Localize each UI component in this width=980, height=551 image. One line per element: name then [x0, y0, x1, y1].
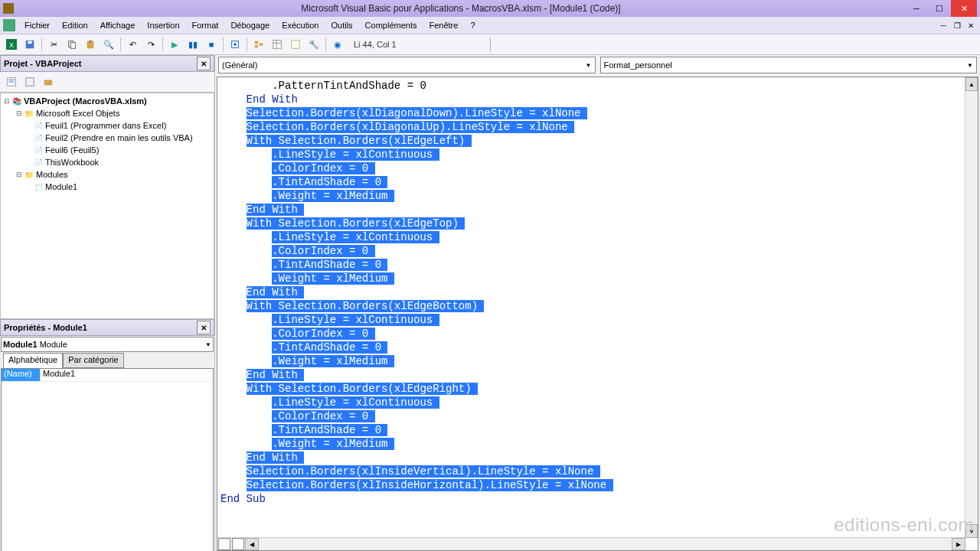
break-icon[interactable]: ▮▮ [185, 36, 201, 53]
view-object-icon[interactable] [21, 73, 38, 90]
properties-panel-title: Propriétés - Module1 [4, 323, 87, 332]
properties-panel-close-button[interactable]: ✕ [197, 321, 211, 334]
undo-icon[interactable]: ↶ [124, 36, 141, 53]
project-panel-close-button[interactable]: ✕ [197, 57, 211, 70]
project-panel-toolbar [0, 72, 214, 93]
copy-icon[interactable] [64, 36, 80, 53]
minimize-button[interactable]: ─ [905, 0, 928, 17]
cursor-position: Li 44, Col 1 [354, 40, 397, 49]
tree-sheet-2[interactable]: 📄Feuil2 (Prendre en main les outils VBA) [2, 132, 212, 144]
object-combo[interactable]: (Général)▼ [218, 57, 596, 73]
tab-alphabetique[interactable]: Alphabétique [3, 353, 63, 368]
svg-rect-13 [273, 41, 282, 49]
tree-folder-modules[interactable]: ⊟📁Modules [2, 168, 212, 181]
scroll-down-icon[interactable]: ▼ [965, 524, 978, 538]
svg-rect-11 [255, 45, 258, 48]
menu-affichage[interactable]: Affichage [94, 19, 142, 31]
app-icon [3, 3, 14, 14]
properties-icon[interactable] [269, 36, 286, 53]
cut-icon[interactable]: ✂ [45, 36, 62, 53]
tree-sheet-3[interactable]: 📄Feuil6 (Feuil5) [2, 144, 212, 156]
scroll-right-icon[interactable]: ▶ [952, 538, 965, 550]
properties-tabs: Alphabétique Par catégorie [0, 353, 214, 368]
tree-root[interactable]: ⊟📚VBAProject (MacrosVBA.xlsm) [2, 95, 212, 107]
close-button[interactable]: ✕ [951, 0, 977, 17]
menu-format[interactable]: Format [186, 19, 225, 31]
code-editor[interactable]: .PatternTintAndShade = 0 End With Select… [217, 77, 978, 551]
project-explorer-icon[interactable] [250, 36, 267, 53]
save-icon[interactable] [21, 36, 38, 53]
vertical-scrollbar[interactable]: ▲ ▼ [965, 77, 978, 538]
mdi-restore-button[interactable]: ❐ [951, 20, 963, 31]
svg-rect-5 [70, 42, 75, 48]
title-bar: Microsoft Visual Basic pour Applications… [0, 0, 980, 17]
design-mode-icon[interactable] [227, 36, 243, 53]
toggle-folders-icon[interactable] [40, 73, 57, 90]
window-title: Microsoft Visual Basic pour Applications… [17, 3, 905, 14]
vba-icon [3, 19, 15, 31]
find-icon[interactable]: 🔍 [100, 36, 117, 53]
mdi-minimize-button[interactable]: ─ [937, 20, 949, 31]
svg-rect-7 [89, 41, 92, 43]
project-tree[interactable]: ⊟📚VBAProject (MacrosVBA.xlsm) ⊟📁Microsof… [0, 93, 214, 319]
scroll-left-icon[interactable]: ◀ [245, 538, 259, 550]
project-panel-title: Projet - VBAProject [4, 59, 81, 68]
tree-folder-objects[interactable]: ⊟📁Microsoft Excel Objets [2, 107, 212, 119]
reset-icon[interactable]: ■ [203, 36, 220, 53]
horizontal-scrollbar[interactable]: ◀ ▶ [217, 537, 965, 550]
menu-complements[interactable]: Compléments [359, 19, 423, 31]
tree-sheet-1[interactable]: 📄Feuil1 (Programmer dans Excel) [2, 119, 212, 132]
menu-debogage[interactable]: Débogage [224, 19, 276, 31]
svg-rect-3 [28, 41, 31, 44]
procedure-view-icon[interactable] [218, 538, 230, 550]
svg-text:X: X [9, 41, 14, 49]
full-module-view-icon[interactable] [232, 538, 244, 550]
redo-icon[interactable]: ↷ [142, 36, 159, 53]
svg-point-9 [234, 43, 237, 46]
help-icon[interactable]: ◉ [329, 36, 346, 53]
svg-rect-20 [26, 78, 34, 86]
svg-rect-21 [44, 80, 53, 85]
tab-par-categorie[interactable]: Par catégorie [63, 353, 123, 368]
tree-module1[interactable]: ⬚Module1 [2, 181, 212, 193]
toolbox-icon[interactable]: 🔧 [305, 36, 322, 53]
object-browser-icon[interactable] [287, 36, 304, 53]
svg-rect-10 [255, 41, 258, 44]
menu-outils[interactable]: Outils [325, 19, 358, 31]
excel-icon[interactable]: X [3, 36, 20, 53]
maximize-button[interactable]: ☐ [928, 0, 951, 17]
menu-insertion[interactable]: Insertion [141, 19, 185, 31]
menu-fichier[interactable]: Fichier [18, 19, 56, 31]
toolbar: X ✂ 🔍 ↶ ↷ ▶ ▮▮ ■ 🔧 ◉ Li 44, Col 1 [0, 34, 980, 55]
tree-thisworkbook[interactable]: 📄ThisWorkbook [2, 156, 212, 168]
properties-grid[interactable]: (Name) Module1 [1, 368, 214, 551]
properties-object-combo[interactable]: Module1 Module▼ [1, 337, 214, 352]
view-code-icon[interactable] [3, 73, 20, 90]
menu-edition[interactable]: Edition [56, 19, 94, 31]
mdi-close-button[interactable]: ✕ [965, 20, 977, 31]
menu-bar: Fichier Edition Affichage Insertion Form… [0, 17, 980, 34]
menu-execution[interactable]: Exécution [276, 19, 325, 31]
prop-row-name[interactable]: (Name) Module1 [2, 369, 213, 382]
project-panel-header: Projet - VBAProject ✕ [0, 55, 214, 72]
paste-icon[interactable] [82, 36, 99, 53]
properties-panel-header: Propriétés - Module1 ✕ [0, 319, 214, 336]
menu-fenetre[interactable]: Fenêtre [423, 19, 464, 31]
procedure-combo[interactable]: Format_personnel▼ [600, 57, 978, 73]
menu-help[interactable]: ? [464, 19, 481, 31]
run-icon[interactable]: ▶ [166, 36, 183, 53]
svg-rect-12 [260, 43, 263, 46]
svg-rect-16 [292, 41, 300, 49]
